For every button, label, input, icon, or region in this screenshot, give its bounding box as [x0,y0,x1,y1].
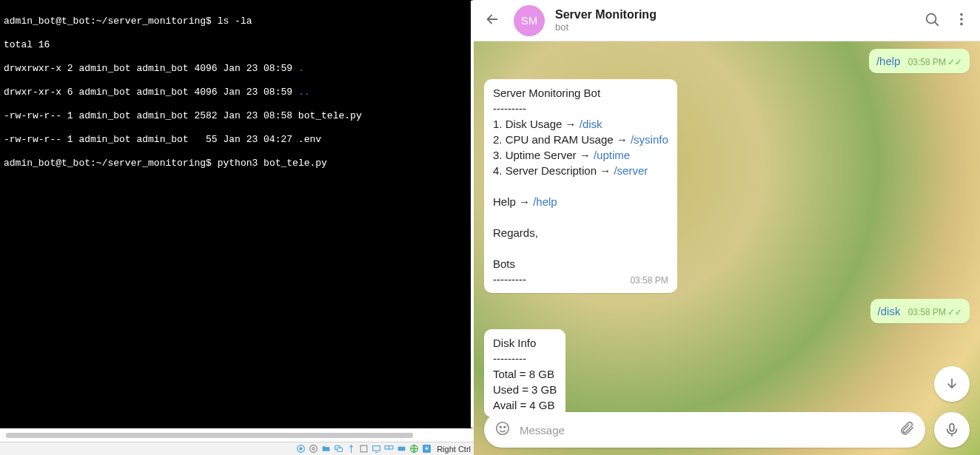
prompt: admin_bot@t_bot:~/server_monitoring$ [4,16,212,27]
terminal-output: -rw-rw-r-- 1 admin_bot admin_bot 2582 Ja… [4,110,468,122]
svg-point-15 [960,18,963,21]
chat-subtitle: bot [555,21,910,33]
terminal-command: ls -la [218,16,252,27]
monitor-icon[interactable] [371,443,382,454]
emoji-icon[interactable] [494,420,511,439]
composer-wrap: Message [484,412,970,448]
command-link[interactable]: /help [533,195,557,208]
svg-rect-5 [338,448,343,451]
svg-point-18 [500,426,501,428]
monitors-icon[interactable] [383,443,395,454]
keycap-icon[interactable] [396,443,407,454]
folder-icon[interactable] [320,443,332,454]
svg-point-16 [960,22,963,25]
message-row-incoming: Disk Info --------- Total = 8 GB Used = … [484,329,970,417]
dir-dot: . [298,63,304,74]
share-icon[interactable] [358,443,369,454]
message-row-incoming: Server Monitoring Bot --------- 1. Disk … [484,79,970,293]
composer[interactable]: Message [484,412,925,448]
msg-line: 1. Disk Usage → [493,118,580,130]
msg-line: Avail = 4 GB [493,397,557,413]
command-link[interactable]: /server [614,164,648,177]
scrollbar-thumb[interactable] [6,433,413,438]
command-link[interactable]: /sysinfo [631,133,668,146]
screens-icon[interactable] [333,443,344,454]
message-bubble[interactable]: /help 03:58 PM✓✓ [869,49,970,73]
chat-title: Server Monitoring [555,8,910,21]
prompt: admin_bot@t_bot:~/server_monitoring$ [4,158,212,169]
terminal[interactable]: admin_bot@t_bot:~/server_monitoring$ ls … [0,0,474,428]
net-icon[interactable] [409,443,420,454]
msg-line: Total = 8 GB [493,366,557,382]
message-bubble[interactable]: /disk 03:58 PM✓✓ [870,299,970,323]
command-link[interactable]: /help [876,55,901,67]
terminal-output: drwxrwxr-x 2 admin_bot admin_bot 4096 Ja… [4,63,298,74]
scroll-down-button[interactable] [934,366,970,402]
back-icon[interactable] [484,11,500,30]
msg-line: Help → [493,195,533,208]
terminal-output: drwxr-xr-x 6 admin_bot admin_bot 4096 Ja… [4,87,298,98]
globe-icon[interactable] [308,443,319,454]
read-ticks-icon: ✓✓ [947,57,962,67]
msg-line: --------- [493,351,557,366]
chat-body[interactable]: /help 03:58 PM✓✓ Server Monitoring Bot -… [474,41,980,455]
msg-line: Disk Info [493,335,557,351]
dir-dotdot: .. [298,87,310,98]
message-row-outgoing: /disk 03:58 PM✓✓ [484,299,970,323]
message-bubble[interactable]: Disk Info --------- Total = 8 GB Used = … [484,329,565,417]
attach-icon[interactable] [899,420,915,439]
svg-rect-7 [373,446,380,451]
svg-rect-9 [389,446,393,449]
message-bubble[interactable]: Server Monitoring Bot --------- 1. Disk … [484,79,677,293]
msg-line: --------- [493,101,668,116]
host-key-label: Right Ctrl [437,445,471,454]
msg-line: 3. Uptime Server → [493,149,594,161]
svg-point-2 [310,445,318,453]
terminal-pane: admin_bot@t_bot:~/server_monitoring$ ls … [0,0,474,455]
svg-point-19 [504,426,506,428]
message-time: 03:58 PM [908,57,946,67]
msg-line: Server Monitoring Bot [493,85,668,101]
arrow-icon[interactable] [421,443,432,454]
msg-line: 2. CPU and RAM Usage → [493,133,631,146]
search-icon[interactable] [924,11,940,30]
svg-rect-8 [385,446,389,449]
terminal-output: -rw-rw-r-- 1 admin_bot admin_bot 55 Jan … [4,134,468,146]
command-link[interactable]: /disk [878,305,901,317]
read-ticks-icon: ✓✓ [947,307,962,317]
svg-point-1 [300,448,302,450]
msg-line: --------- [493,272,526,289]
chat-header: SM Server Monitoring bot [474,0,980,41]
chat-title-block[interactable]: Server Monitoring bot [555,8,910,33]
svg-rect-6 [360,445,367,452]
more-icon[interactable] [953,11,970,30]
terminal-command: python3 bot_tele.py [218,158,327,169]
command-link[interactable]: /uptime [594,149,630,161]
avatar[interactable]: SM [514,5,545,36]
composer-placeholder[interactable]: Message [520,424,890,437]
vm-statusbar: Right Ctrl [0,442,474,455]
terminal-scrollbar[interactable] [0,428,474,442]
msg-line: Bots [493,256,668,272]
msg-line: Used = 3 GB [493,382,557,397]
disc-icon[interactable] [295,443,306,454]
terminal-output: total 16 [4,39,468,51]
svg-point-14 [960,13,963,16]
svg-point-17 [497,422,509,435]
msg-line: 4. Server Description → [493,164,614,177]
msg-line: Regards, [493,225,668,240]
message-time: 03:58 PM [526,273,668,289]
message-row-outgoing: /help 03:58 PM✓✓ [484,49,970,73]
svg-point-3 [312,448,315,450]
usb-icon[interactable] [346,443,357,454]
command-link[interactable]: /disk [580,118,603,130]
mic-button[interactable] [934,412,970,448]
chat-pane: SM Server Monitoring bot /help 03:58 PM✓… [474,0,980,455]
svg-rect-20 [950,424,954,431]
message-time: 03:58 PM [908,307,946,317]
svg-rect-10 [398,447,406,451]
